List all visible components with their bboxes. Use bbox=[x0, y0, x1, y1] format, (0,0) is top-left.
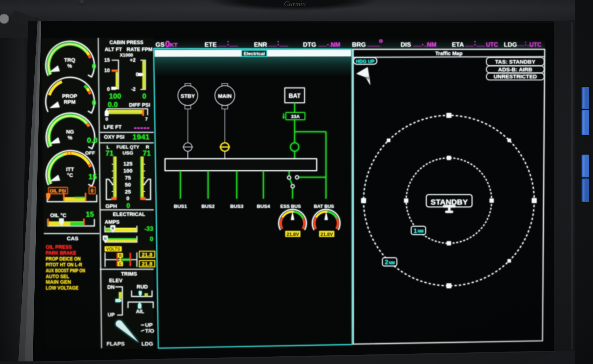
svg-text:1: 1 bbox=[414, 227, 417, 234]
svg-text:TAS: STANDBY: TAS: STANDBY bbox=[495, 59, 535, 65]
svg-text:2: 2 bbox=[385, 259, 388, 266]
svg-text:ADS-B: AIRB: ADS-B: AIRB bbox=[498, 66, 533, 73]
svg-text:Traffic Map: Traffic Map bbox=[435, 50, 463, 56]
svg-text:HDG UP: HDG UP bbox=[356, 59, 375, 64]
svg-text:NM: NM bbox=[389, 261, 395, 265]
svg-text:UNRESTRICTED: UNRESTRICTED bbox=[493, 73, 537, 79]
svg-text:STANDBY: STANDBY bbox=[430, 198, 468, 206]
svg-text:N: N bbox=[366, 76, 369, 80]
svg-text:NM: NM bbox=[418, 229, 424, 233]
